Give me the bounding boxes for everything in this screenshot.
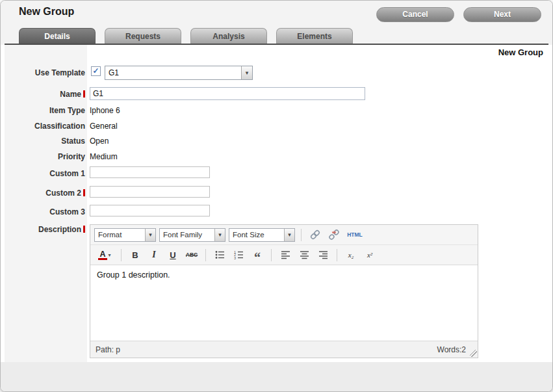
bold-icon[interactable]: B <box>127 248 143 262</box>
status-value: Open <box>90 137 109 146</box>
svg-text:3: 3 <box>234 256 236 260</box>
font-color-icon[interactable]: A ▾ <box>94 248 115 262</box>
superscript-icon[interactable]: x² <box>362 248 378 262</box>
remove-link-icon[interactable] <box>326 228 342 242</box>
align-left-icon[interactable] <box>277 248 293 262</box>
chevron-down-icon[interactable]: ▾ <box>241 66 252 79</box>
editor-toolbar-row1: Format ▾ Font Family ▾ Font Size ▾ <box>90 225 478 245</box>
custom3-input[interactable] <box>90 205 210 216</box>
name-label: Name <box>5 90 85 99</box>
use-template-checkbox[interactable]: ✓ <box>91 66 101 76</box>
tab-analysis[interactable]: Analysis <box>190 28 267 44</box>
align-center-icon[interactable] <box>296 248 312 262</box>
classification-value: General <box>90 122 118 131</box>
required-marker <box>83 189 85 196</box>
underline-icon[interactable]: U <box>165 248 181 262</box>
footer <box>1 362 552 392</box>
new-group-window: New Group Details Requests Analysis Elem… <box>0 0 553 392</box>
tab-details[interactable]: Details <box>19 28 96 44</box>
custom3-label: Custom 3 <box>5 207 85 216</box>
numbered-list-icon[interactable]: 123 <box>231 248 246 262</box>
required-marker <box>83 90 85 98</box>
format-select[interactable]: Format ▾ <box>94 228 156 242</box>
required-marker <box>83 226 85 233</box>
subscript-icon[interactable]: x₂ <box>343 248 359 262</box>
chevron-down-icon: ▾ <box>214 229 225 241</box>
chevron-down-icon: ▾ <box>145 229 155 241</box>
custom2-input[interactable] <box>90 186 210 198</box>
bullet-list-icon[interactable] <box>212 248 227 262</box>
italic-icon[interactable]: I <box>146 248 162 262</box>
blockquote-icon[interactable]: “ <box>250 248 265 262</box>
html-source-button[interactable]: HTML <box>345 228 365 242</box>
font-family-select[interactable]: Font Family ▾ <box>159 228 225 242</box>
toolbar-separator <box>121 249 122 261</box>
editor-content[interactable]: Group 1 description. <box>90 265 478 341</box>
item-type-value: Iphone 6 <box>90 106 120 115</box>
align-right-icon[interactable] <box>315 248 331 262</box>
toolbar-separator <box>205 249 206 261</box>
section-title: New Group <box>498 47 543 57</box>
editor-statusbar: Path: p Words:2 <box>90 341 478 358</box>
use-template-select-value: G1 <box>105 66 252 79</box>
checkmark-icon: ✓ <box>92 67 100 75</box>
use-template-label: Use Template <box>5 68 85 77</box>
custom1-input[interactable] <box>90 166 210 178</box>
editor-toolbar-row2: A ▾ B I U ABC <box>90 245 478 265</box>
insert-link-icon[interactable] <box>307 228 323 242</box>
use-template-select[interactable]: G1 ▾ <box>105 66 253 80</box>
name-input[interactable] <box>90 87 365 100</box>
resize-handle[interactable] <box>470 350 477 357</box>
toolbar-separator <box>337 249 337 261</box>
page-title: New Group <box>19 6 74 18</box>
item-type-label: Item Type <box>5 106 85 115</box>
cancel-button[interactable]: Cancel <box>376 7 454 22</box>
custom1-label: Custom 1 <box>5 169 85 178</box>
strikethrough-icon[interactable]: ABC <box>184 248 199 262</box>
editor-path: Path: p <box>96 345 120 354</box>
rich-text-editor: Format ▾ Font Family ▾ Font Size ▾ <box>90 224 478 358</box>
classification-label: Classification <box>5 122 85 131</box>
editor-word-count: Words:2 <box>437 345 466 354</box>
status-label: Status <box>5 137 85 146</box>
chevron-down-icon: ▾ <box>284 229 294 241</box>
font-size-select[interactable]: Font Size ▾ <box>229 228 295 242</box>
tab-bar: Details Requests Analysis Elements <box>19 28 353 44</box>
tab-requests[interactable]: Requests <box>105 28 181 44</box>
priority-label: Priority <box>5 152 85 161</box>
toolbar-separator <box>271 249 272 261</box>
next-button[interactable]: Next <box>463 7 541 22</box>
description-label: Description <box>5 225 85 234</box>
custom2-label: Custom 2 <box>5 189 85 198</box>
tab-elements[interactable]: Elements <box>276 28 353 44</box>
toolbar-separator <box>301 229 302 241</box>
priority-value: Medium <box>90 152 118 161</box>
chevron-down-icon: ▾ <box>109 252 111 258</box>
